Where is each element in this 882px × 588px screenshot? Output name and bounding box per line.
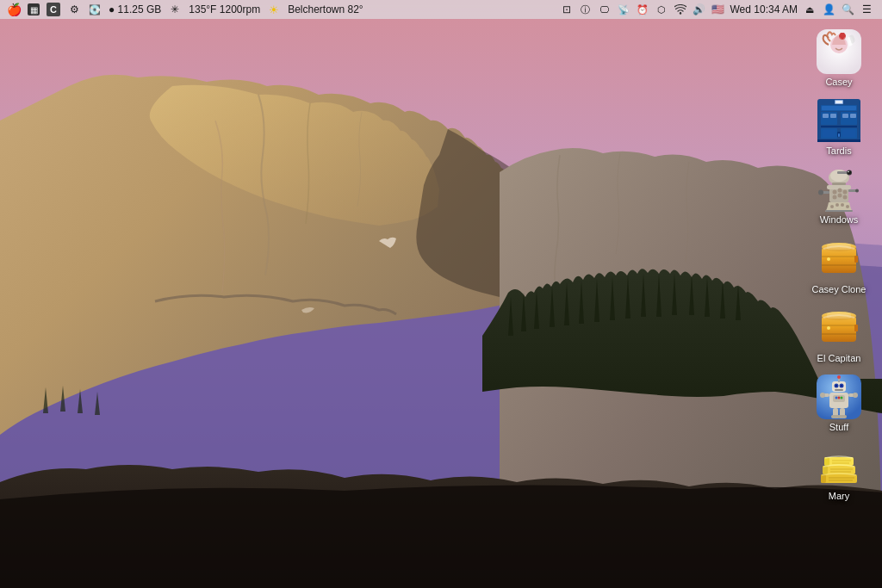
elcapitan-icon-label: El Capitan [817, 353, 861, 364]
svg-point-1 [679, 12, 680, 14]
broadcast-icon[interactable]: 📡 [617, 3, 630, 16]
windows-desktop-icon[interactable]: Windows [804, 164, 873, 229]
fan-icon[interactable]: ✳ [168, 3, 182, 16]
svg-point-34 [833, 190, 837, 195]
eject-icon[interactable]: ⏏ [803, 3, 817, 16]
windows-icon-label: Windows [820, 214, 859, 226]
desktop: 🍎 ▦ C ⚙ 💽 ● 11.25 GB ✳ 135°F 1200rpm ☀ B… [0, 0, 882, 588]
svg-point-71 [837, 375, 841, 379]
svg-rect-85 [821, 474, 857, 483]
svg-point-46 [841, 203, 844, 207]
svg-point-35 [838, 189, 842, 193]
svg-point-44 [830, 205, 834, 208]
timemachine-icon[interactable]: ⏰ [636, 3, 649, 16]
svg-rect-15 [850, 114, 856, 118]
svg-point-38 [838, 194, 842, 198]
svg-point-36 [843, 190, 848, 195]
svg-rect-53 [822, 264, 856, 266]
casey-icon-image [817, 29, 861, 74]
display-brightness-icon[interactable]: ⊡ [560, 3, 574, 16]
menubar-left: 🍎 ▦ C ⚙ 💽 ● 11.25 GB ✳ 135°F 1200rpm ☀ B… [0, 3, 560, 16]
svg-point-43 [818, 190, 823, 195]
svg-rect-12 [823, 114, 829, 118]
svg-point-79 [820, 393, 825, 398]
svg-rect-30 [832, 183, 846, 185]
temp-display[interactable]: 135°F 1200rpm [189, 3, 260, 15]
svg-rect-60 [822, 333, 856, 335]
casey-clone-icon-image [817, 237, 861, 282]
memory-display[interactable]: ● 11.25 GB [109, 3, 161, 15]
svg-rect-90 [824, 457, 829, 466]
svg-point-39 [843, 195, 848, 200]
svg-point-29 [848, 171, 849, 173]
svg-point-67 [835, 385, 837, 387]
desktop-icons: Casey [804, 26, 873, 505]
wifi-icon[interactable] [674, 3, 687, 16]
tardis-desktop-icon[interactable]: Tardis [804, 95, 873, 160]
svg-point-62 [827, 326, 830, 330]
svg-rect-59 [822, 325, 856, 326]
svg-point-41 [855, 189, 859, 193]
weather-icon[interactable]: ☀ [267, 3, 281, 16]
svg-rect-52 [822, 256, 856, 257]
svg-rect-84 [838, 415, 847, 418]
svg-rect-13 [830, 114, 836, 118]
svg-rect-86 [821, 474, 826, 483]
svg-rect-20 [838, 133, 840, 137]
svg-point-74 [835, 396, 838, 399]
casey-desktop-icon[interactable]: Casey [804, 26, 873, 91]
windows-icon-image [817, 167, 861, 212]
svg-point-55 [827, 257, 830, 261]
caffeine-icon[interactable]: C [47, 3, 60, 16]
monitor-icon[interactable]: 🖵 [598, 3, 612, 16]
svg-point-75 [838, 396, 841, 399]
svg-rect-48 [825, 210, 853, 212]
stuff-icon-image [817, 374, 861, 419]
svg-point-47 [846, 205, 849, 208]
casey-clone-desktop-icon[interactable]: Casey Clone [804, 233, 873, 299]
menubar: 🍎 ▦ C ⚙ 💽 ● 11.25 GB ✳ 135°F 1200rpm ☀ B… [0, 0, 882, 19]
svg-point-80 [853, 393, 858, 398]
weather-display[interactable]: Belchertown 82° [288, 3, 363, 15]
svg-rect-88 [823, 466, 828, 474]
istat-icon[interactable]: ▦ [28, 3, 40, 15]
menubar-datetime[interactable]: Wed 10:34 AM [730, 3, 798, 15]
svg-rect-16 [821, 126, 857, 127]
svg-rect-69 [835, 389, 843, 391]
svg-rect-22 [842, 130, 855, 137]
tardis-icon-image [817, 98, 861, 143]
casey-clone-icon-label: Casey Clone [812, 284, 866, 295]
svg-point-68 [841, 385, 842, 387]
info-icon[interactable]: ⓘ [579, 3, 593, 16]
disk-icon[interactable]: 💽 [88, 3, 102, 16]
svg-rect-61 [854, 325, 858, 331]
svg-rect-23 [817, 139, 860, 142]
svg-point-76 [841, 396, 843, 399]
volume-icon[interactable]: 🔊 [693, 3, 706, 16]
svg-rect-14 [842, 114, 848, 118]
svg-rect-54 [854, 256, 858, 263]
apple-menu-icon[interactable]: 🍎 [7, 3, 21, 16]
casey-icon-label: Casey [825, 77, 852, 88]
stuff-icon-label: Stuff [829, 422, 848, 433]
menubar-right: ⊡ ⓘ 🖵 📡 ⏰ ⬡ 🔊 [560, 3, 883, 16]
mary-desktop-icon[interactable]: Mary [804, 440, 873, 505]
svg-point-45 [835, 203, 839, 207]
user-icon[interactable]: 👤 [822, 3, 835, 16]
keyboard-flag-icon[interactable]: 🇺🇸 [711, 3, 725, 16]
tardis-icon-label: Tardis [826, 145, 851, 157]
clockwork-icon[interactable]: ⚙ [67, 3, 81, 16]
desktop-wallpaper [0, 0, 882, 588]
elcapitan-icon-image [817, 306, 861, 350]
svg-rect-7 [835, 101, 842, 103]
spotlight-icon[interactable]: 🔍 [841, 3, 854, 16]
mary-icon-label: Mary [829, 491, 849, 502]
svg-rect-21 [823, 130, 835, 137]
svg-point-37 [833, 195, 837, 200]
airdrop-icon[interactable]: ⬡ [655, 3, 668, 16]
svg-rect-9 [822, 106, 856, 110]
mary-icon-image [817, 443, 861, 488]
stuff-desktop-icon[interactable]: Stuff [804, 371, 873, 436]
notification-center-icon[interactable]: ☰ [860, 3, 873, 16]
elcapitan-desktop-icon[interactable]: El Capitan [804, 302, 873, 368]
